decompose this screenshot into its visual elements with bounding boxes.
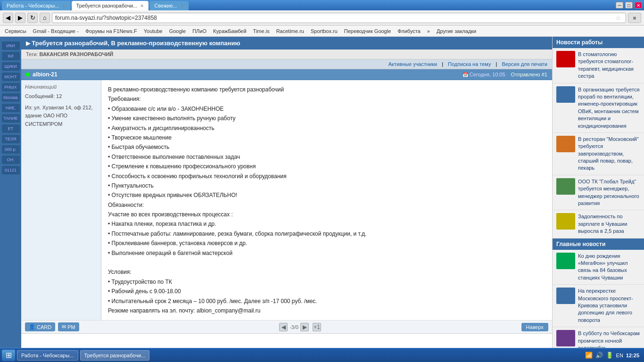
sidebar-item-10[interactable]: ТЕЛЯ [2,135,20,143]
bookmark-gmail[interactable]: Gmail - Входящие - [30,27,82,35]
right-sidebar: Новости работы В стоматологию требуются … [552,37,644,348]
sidebar-item-3[interactable]: ЩИКИ [2,62,20,71]
sidebar-item-6[interactable]: Москва [2,93,20,102]
forward-button[interactable]: ▶ [15,13,25,23]
sidebar-item-9[interactable]: ЕТ [2,124,20,133]
post-actions-bar: Активные участники | Подписка на тему | … [21,59,552,69]
bookmark-f1news[interactable]: Форумы на F1News.F [83,27,140,35]
sidebar-item-13[interactable]: 01121 [2,166,20,174]
bookmark-plio[interactable]: ПЛиО [190,27,209,35]
subscribe-link[interactable]: Подписка на тему [448,61,491,67]
pm-button[interactable]: ✉ PM [58,322,79,331]
content-area: ИКИ КИ ЩИКИ МОНТ РНЫХ Москва НИЕ, ТАНИЕ … [0,37,644,348]
post-num: #1 [542,72,547,77]
bookmark-flibusta[interactable]: Флибуста [395,27,423,35]
news-job-5[interactable]: Задолженность по зарплате в Чувашии выро… [553,210,644,238]
news-job-3-text: В ресторан "Московский" требуются завпро… [578,136,640,172]
vote-plus-button[interactable]: +1 [313,323,321,331]
volume-icon: 🔊 [595,352,603,359]
system-tray: 📶 🔊 🔋 EN 12:25 [582,352,642,359]
vote-next-button[interactable]: ▶ [300,323,309,331]
home-button[interactable]: ⌂ [40,13,50,23]
tab-2-close[interactable]: ✕ [140,3,144,8]
active-participants-link[interactable]: Активные участники [388,61,438,67]
address-text: forum.na-svyazi.ru/?showtopic=2374858 [55,15,613,21]
tab-2[interactable]: Требуется разнорабочи... ✕ [72,1,149,10]
taskbar: ⊞ Работа - Чебоксары... Требуется разнор… [0,348,644,362]
start-button[interactable]: ⊞ [2,350,15,361]
bookmark-star-icon[interactable]: ☆ [613,13,623,23]
network-icon: 📶 [585,352,593,359]
bookmark-more[interactable]: » [424,27,433,35]
battery-icon: 🔋 [606,352,613,359]
vote-prev-button[interactable]: ◀ [279,323,288,331]
main-news-2-text: На перекрестке Московского проспект-Крив… [578,288,640,324]
minimize-button[interactable]: ─ [616,2,623,8]
sidebar-item-7[interactable]: НИЕ, [2,104,20,112]
post-date: 📅 Сегодня, 10:05 [462,72,505,77]
main-news-title: Главные новости [553,239,644,250]
bookmarks-bar: Сервисы Gmail - Входящие - Форумы на F1N… [0,25,644,37]
tab-1-close[interactable]: ✕ [62,3,66,8]
news-job-4[interactable]: ООО ТК "Глобал Трейд" требуется менеджер… [553,175,644,211]
taskbar-item-2[interactable]: Требуется разнорабочи... [80,350,150,361]
bookmark-timeis[interactable]: Time.is [250,27,272,35]
sidebar-item-5[interactable]: РНЫХ [2,83,20,91]
sidebar-item-2[interactable]: КИ [2,52,20,60]
sidebar-item-12[interactable]: ОН: [2,156,20,164]
tab-strip: Работа - Чебоксары... ✕ Требуется разнор… [2,0,190,10]
taskbar-item-1[interactable]: Работа - Чебоксары... [17,350,78,361]
card-button[interactable]: 👤 CARD [25,322,55,331]
bookmark-google[interactable]: Google [166,27,189,35]
back-button[interactable]: ◀ [3,13,13,23]
vote-score: -3/0 [289,324,298,330]
main-panel: ▶ Требуется разнорабочий, В рекламно-про… [21,37,552,348]
address-bar[interactable]: forum.na-svyazi.ru/?showtopic=2374858 ☆ [52,13,626,23]
news-job-2-thumb [556,86,575,103]
post-text: В рекламно-производственную компанию тре… [108,85,545,315]
tab-3[interactable]: Свежие... ✕ [149,1,188,10]
bookmark-servisy[interactable]: Сервисы [2,27,29,35]
thread-arrow: ▶ [26,40,32,47]
card-label: CARD [37,324,51,330]
news-job-4-thumb [556,178,575,195]
naverh-button[interactable]: Наверх [521,323,548,331]
pm-icon: ✉ [62,324,66,330]
sidebar-item-1[interactable]: ИКИ [2,41,20,50]
main-news-2[interactable]: На перекрестке Московского проспект-Крив… [553,285,644,327]
close-button[interactable]: ✕ [635,2,642,8]
main-news-1[interactable]: Ко дню рождения «МегаФон» улучшил связь … [553,250,644,285]
news-job-1[interactable]: В стоматологию требуются стоматолог-тера… [553,48,644,83]
thread-title-text: Требуется разнорабочий, В рекламно-произ… [32,40,240,47]
main-news-3-thumb [556,330,575,346]
news-job-3[interactable]: В ресторан "Московский" требуются завпро… [553,133,644,175]
tab-1[interactable]: Работа - Чебоксары... ✕ [2,1,71,10]
reload-button[interactable]: ↻ [27,13,38,23]
bookmark-sportbox[interactable]: Sportbox.ru [308,27,340,35]
messages-count: Сообщений: 12 [25,92,97,101]
main-news-3-text: В субботу по Чебоксарам промчится ночной… [578,330,640,348]
sidebar-item-11[interactable]: 000 р. [2,145,20,154]
settings-button[interactable]: ≡ [628,13,641,23]
clock: 12:25 [626,353,639,358]
bookmark-youtube[interactable]: Youtube [141,27,165,35]
news-job-1-thumb [556,51,575,67]
thread-title: ▶ Требуется разнорабочий, В рекламно-про… [21,37,552,49]
sidebar-item-8[interactable]: ТАНИЕ [2,114,20,123]
maximize-button[interactable]: □ [625,2,633,8]
bookmark-other[interactable]: Другие закладки [434,27,479,35]
bookmark-translator[interactable]: Переводчик Google [341,27,394,35]
post-footer: 👤 CARD ✉ PM ◀ -3/0 ▶ +1 [21,320,552,333]
print-link[interactable]: Версия для печати [502,61,547,67]
tab-3-close[interactable]: ✕ [180,3,184,8]
sidebar-item-4[interactable]: МОНТ [2,73,20,81]
tab-1-label: Работа - Чебоксары... [7,3,59,8]
main-news-3[interactable]: В субботу по Чебоксарам промчится ночной… [553,327,644,348]
bookmark-racetime[interactable]: Racetime.ru [273,27,307,35]
news-job-2[interactable]: В организацию требуется прораб по вентил… [553,83,644,133]
bookmark-kurazh[interactable]: КуражБамбей [210,27,249,35]
tab-3-label: Свежие... [154,3,177,8]
post-container: albion-21 📅 Сегодня, 10:05 Отправлено #1 [21,69,552,334]
online-indicator [26,73,30,76]
main-news-1-text: Ко дню рождения «МегаФон» улучшил связь … [578,253,640,282]
